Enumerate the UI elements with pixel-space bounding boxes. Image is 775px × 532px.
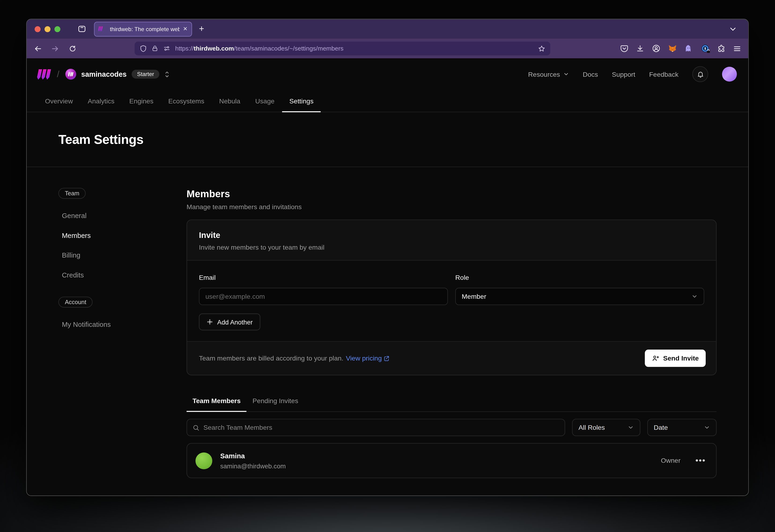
role-label: Role bbox=[455, 273, 704, 282]
support-link[interactable]: Support bbox=[612, 70, 635, 78]
view-pricing-link[interactable]: View pricing bbox=[346, 354, 390, 362]
sidebar-item-my-notifications[interactable]: My Notifications bbox=[62, 321, 186, 328]
pocket-icon[interactable] bbox=[620, 44, 629, 53]
browser-tab[interactable]: thirdweb: The complete web3 d ✕ bbox=[94, 22, 192, 36]
sidebar-item-general[interactable]: General bbox=[62, 212, 186, 220]
bookmark-star-icon[interactable] bbox=[538, 45, 545, 52]
menu-hamburger-icon[interactable] bbox=[733, 44, 741, 53]
user-plus-icon bbox=[652, 354, 659, 362]
zoom-window-button[interactable] bbox=[54, 26, 60, 32]
member-actions-ellipsis-icon[interactable]: ••• bbox=[695, 458, 706, 463]
sidebar-item-credits[interactable]: Credits bbox=[62, 271, 186, 279]
profile-avatar[interactable] bbox=[722, 67, 737, 81]
breadcrumb-separator: / bbox=[57, 69, 59, 79]
desktop-background: thirdweb: The complete web3 d ✕ + bbox=[0, 0, 775, 532]
member-name: Samina bbox=[220, 452, 286, 460]
members-list-tabs: Team Members Pending Invites bbox=[186, 397, 717, 412]
external-link-icon bbox=[384, 355, 390, 361]
members-filter-row: All Roles Date bbox=[186, 419, 717, 436]
new-tab-button[interactable]: + bbox=[199, 24, 204, 34]
team-avatar[interactable] bbox=[65, 69, 76, 80]
main-nav-tabs: Overview Analytics Engines Ecosystems Ne… bbox=[27, 90, 748, 112]
notifications-bell-button[interactable] bbox=[692, 66, 708, 82]
account-icon[interactable] bbox=[652, 44, 661, 53]
add-another-button[interactable]: Add Another bbox=[199, 313, 260, 330]
invite-card: Invite Invite new members to your team b… bbox=[186, 219, 717, 375]
tab-analytics[interactable]: Analytics bbox=[80, 97, 122, 112]
settings-sidebar: Team General Members Billing Credits Acc… bbox=[58, 188, 186, 496]
role-select[interactable]: Member bbox=[455, 288, 704, 305]
tab-engines[interactable]: Engines bbox=[122, 97, 161, 112]
onepassword-icon[interactable] bbox=[701, 44, 710, 53]
members-section-subtitle: Manage team members and invitations bbox=[186, 203, 717, 211]
tab-nebula[interactable]: Nebula bbox=[212, 97, 248, 112]
tab-settings[interactable]: Settings bbox=[282, 97, 321, 112]
sidebar-group-account: Account bbox=[58, 297, 93, 307]
extensions-puzzle-icon[interactable] bbox=[717, 44, 726, 53]
plan-badge: Starter bbox=[131, 70, 159, 79]
minimize-window-button[interactable] bbox=[44, 26, 50, 32]
tab-ecosystems[interactable]: Ecosystems bbox=[161, 97, 212, 112]
member-email: samina@thirdweb.com bbox=[220, 462, 286, 470]
tab-title: thirdweb: The complete web3 d bbox=[110, 26, 179, 32]
tab-team-members[interactable]: Team Members bbox=[186, 397, 247, 411]
docs-link[interactable]: Docs bbox=[583, 70, 598, 78]
thirdweb-logo[interactable] bbox=[38, 69, 50, 79]
page-title-band: Team Settings bbox=[27, 112, 748, 167]
role-filter-select[interactable]: All Roles bbox=[572, 419, 640, 436]
browser-window: thirdweb: The complete web3 d ✕ + bbox=[26, 19, 749, 496]
feedback-link[interactable]: Feedback bbox=[649, 70, 678, 78]
list-all-tabs-chevron-icon[interactable] bbox=[728, 25, 737, 33]
sidebar-item-members[interactable]: Members bbox=[62, 231, 186, 239]
email-label: Email bbox=[199, 273, 448, 282]
site-header: / saminacodes Starter Resources Docs Sup… bbox=[27, 58, 748, 90]
metamask-icon[interactable] bbox=[668, 44, 677, 53]
members-section-title: Members bbox=[186, 188, 717, 200]
tab-usage[interactable]: Usage bbox=[248, 97, 282, 112]
browser-tab-strip: thirdweb: The complete web3 d ✕ + bbox=[27, 19, 748, 38]
date-sort-select[interactable]: Date bbox=[648, 419, 717, 436]
tab-overview[interactable]: Overview bbox=[38, 97, 80, 112]
phantom-icon[interactable] bbox=[684, 44, 693, 53]
url-bar[interactable]: https://thirdweb.com/team/saminacodes/~/… bbox=[135, 42, 550, 55]
page-title: Team Settings bbox=[58, 132, 143, 147]
tab-pending-invites[interactable]: Pending Invites bbox=[247, 397, 304, 411]
tab-favicon-thirdweb bbox=[98, 26, 102, 31]
window-controls bbox=[35, 26, 60, 32]
sidebar-item-billing[interactable]: Billing bbox=[62, 251, 186, 259]
permissions-sliders-icon[interactable] bbox=[163, 45, 171, 52]
downloads-icon[interactable] bbox=[636, 44, 644, 53]
billing-note: Team members are billed according to you… bbox=[199, 354, 390, 362]
connection-lock-icon[interactable] bbox=[151, 45, 158, 52]
firefox-view-icon[interactable] bbox=[77, 24, 87, 34]
bell-icon bbox=[697, 70, 704, 78]
tracking-protection-shield-icon[interactable] bbox=[139, 45, 147, 52]
chevron-down-icon bbox=[691, 293, 698, 299]
search-team-members[interactable] bbox=[186, 419, 565, 436]
url-text[interactable]: https://thirdweb.com/team/saminacodes/~/… bbox=[175, 45, 533, 52]
search-input[interactable] bbox=[204, 424, 559, 431]
back-button[interactable] bbox=[34, 44, 42, 53]
forward-button[interactable] bbox=[51, 44, 59, 53]
email-field[interactable] bbox=[199, 288, 448, 305]
member-avatar bbox=[196, 452, 213, 469]
member-row: Samina samina@thirdweb.com Owner ••• bbox=[186, 443, 717, 478]
invite-title: Invite bbox=[199, 230, 704, 240]
send-invite-button[interactable]: Send Invite bbox=[645, 350, 706, 367]
page-content: / saminacodes Starter Resources Docs Sup… bbox=[27, 58, 748, 496]
plus-icon bbox=[206, 318, 213, 325]
browser-toolbar: https://thirdweb.com/team/saminacodes/~/… bbox=[27, 39, 748, 58]
reload-button[interactable] bbox=[68, 44, 76, 52]
close-window-button[interactable] bbox=[35, 26, 40, 32]
invite-subtitle: Invite new members to your team by email bbox=[199, 243, 704, 252]
chevron-down-icon bbox=[628, 424, 634, 430]
tab-close-icon[interactable]: ✕ bbox=[183, 26, 187, 32]
search-icon bbox=[192, 424, 200, 431]
resources-menu[interactable]: Resources bbox=[528, 70, 569, 78]
chevron-down-icon bbox=[563, 71, 569, 77]
team-switcher-chevrons-icon[interactable] bbox=[163, 70, 171, 78]
chevron-down-icon bbox=[704, 424, 710, 430]
member-role: Owner bbox=[661, 457, 680, 464]
sidebar-group-team: Team bbox=[58, 188, 86, 199]
team-name[interactable]: saminacodes bbox=[81, 70, 127, 78]
